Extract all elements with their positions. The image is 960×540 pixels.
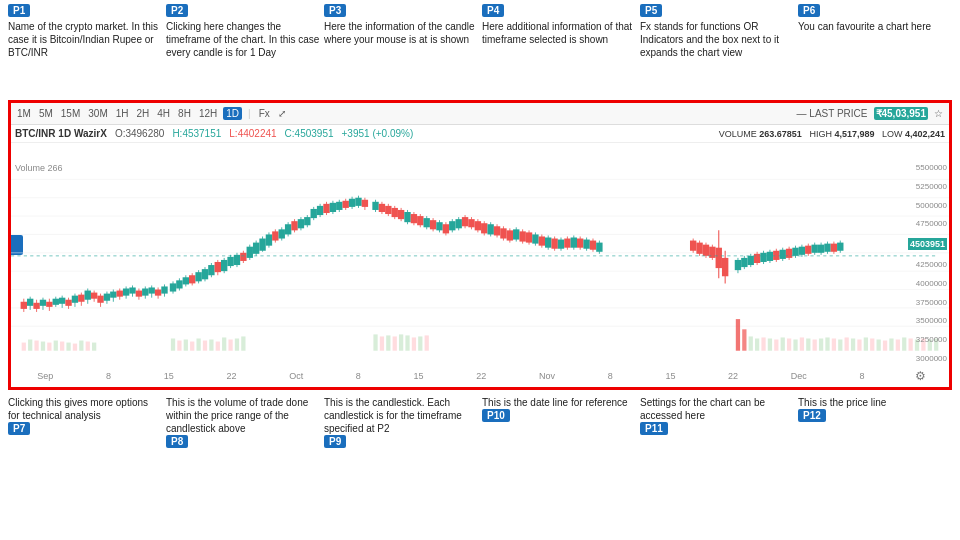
svg-rect-151 bbox=[266, 234, 272, 245]
tf-8h[interactable]: 8H bbox=[176, 107, 193, 120]
label-p11: P11 bbox=[640, 422, 668, 435]
label-p6: P6 bbox=[798, 4, 820, 17]
tf-1d[interactable]: 1D bbox=[223, 107, 242, 120]
svg-rect-19 bbox=[86, 342, 90, 351]
tf-4h[interactable]: 4H bbox=[155, 107, 172, 120]
svg-rect-187 bbox=[385, 206, 391, 214]
svg-rect-177 bbox=[349, 199, 355, 207]
text-p3: Here the information of the candle where… bbox=[324, 20, 478, 46]
svg-rect-41 bbox=[425, 335, 429, 350]
svg-rect-97 bbox=[91, 293, 97, 299]
svg-rect-189 bbox=[392, 208, 398, 217]
svg-rect-281 bbox=[780, 250, 786, 259]
svg-rect-179 bbox=[355, 198, 361, 206]
svg-rect-201 bbox=[430, 220, 436, 229]
svg-rect-59 bbox=[845, 337, 849, 350]
svg-rect-255 bbox=[690, 241, 696, 251]
label-p5: P5 bbox=[640, 4, 662, 17]
close-info: C:4503951 bbox=[285, 128, 334, 139]
svg-rect-39 bbox=[412, 337, 416, 350]
svg-rect-23 bbox=[184, 340, 188, 351]
svg-rect-58 bbox=[838, 340, 842, 351]
svg-rect-133 bbox=[208, 265, 214, 275]
svg-rect-219 bbox=[487, 224, 493, 234]
text-p8: This is the volume of trade done within … bbox=[166, 396, 320, 435]
svg-rect-109 bbox=[129, 287, 135, 293]
svg-rect-193 bbox=[404, 212, 410, 222]
svg-rect-163 bbox=[304, 217, 310, 225]
svg-rect-56 bbox=[825, 337, 829, 350]
svg-rect-36 bbox=[393, 336, 397, 350]
volume-header: VOLUME 263.67851 HIGH 4,517,989 LOW 4,40… bbox=[719, 129, 945, 139]
fx-button[interactable]: Fx bbox=[257, 107, 272, 120]
svg-rect-125 bbox=[183, 277, 189, 284]
svg-rect-249 bbox=[583, 240, 589, 249]
svg-rect-89 bbox=[65, 300, 71, 306]
tf-30m[interactable]: 30M bbox=[86, 107, 109, 120]
svg-rect-31 bbox=[235, 338, 239, 350]
svg-rect-10 bbox=[28, 340, 32, 351]
svg-rect-111 bbox=[136, 291, 142, 297]
svg-rect-161 bbox=[298, 219, 304, 228]
svg-rect-213 bbox=[468, 219, 474, 227]
svg-rect-263 bbox=[716, 248, 722, 268]
tf-1m[interactable]: 1M bbox=[15, 107, 33, 120]
svg-rect-143 bbox=[240, 253, 246, 261]
svg-rect-259 bbox=[703, 245, 709, 256]
tf-2h[interactable]: 2H bbox=[135, 107, 152, 120]
low-info: L:4402241 bbox=[229, 128, 276, 139]
x-label-oct8: 8 bbox=[356, 371, 361, 381]
svg-rect-215 bbox=[475, 221, 481, 230]
settings-icon[interactable]: ⚙ bbox=[915, 369, 926, 383]
expand-button[interactable]: ⤢ bbox=[276, 107, 288, 120]
annotation-p11: Settings for the chart can be accessed h… bbox=[640, 396, 794, 490]
svg-rect-34 bbox=[380, 336, 384, 350]
favorite-star[interactable]: ☆ bbox=[932, 107, 945, 120]
label-p9: P9 bbox=[324, 435, 346, 448]
svg-rect-17 bbox=[73, 344, 77, 351]
annotation-p3: P3 Here the information of the candle wh… bbox=[324, 4, 478, 98]
tf-15m[interactable]: 15M bbox=[59, 107, 82, 120]
svg-rect-141 bbox=[234, 255, 240, 265]
svg-rect-121 bbox=[170, 283, 176, 291]
svg-rect-66 bbox=[889, 338, 893, 350]
chart-toolbar[interactable]: 1M 5M 15M 30M 1H 2H 4H 8H 12H 1D | Fx ⤢ … bbox=[11, 103, 949, 125]
tf-5m[interactable]: 5M bbox=[37, 107, 55, 120]
svg-rect-85 bbox=[53, 299, 59, 305]
svg-rect-95 bbox=[85, 291, 91, 300]
x-label-nov: Nov bbox=[539, 371, 555, 381]
svg-rect-243 bbox=[564, 239, 570, 248]
svg-rect-245 bbox=[571, 238, 577, 248]
text-p4: Here additional information of that time… bbox=[482, 20, 636, 46]
svg-rect-279 bbox=[773, 251, 779, 260]
svg-rect-54 bbox=[813, 340, 817, 351]
svg-rect-83 bbox=[46, 302, 52, 307]
last-price-value: ₹45,03,951 bbox=[874, 107, 929, 120]
svg-rect-209 bbox=[455, 219, 461, 228]
page-wrapper: P1 Name of the crypto market. In this ca… bbox=[0, 0, 960, 540]
svg-rect-211 bbox=[462, 217, 468, 226]
svg-rect-14 bbox=[54, 341, 58, 351]
svg-rect-275 bbox=[760, 253, 766, 262]
chart-wrapper[interactable]: 1M 5M 15M 30M 1H 2H 4H 8H 12H 1D | Fx ⤢ … bbox=[8, 100, 952, 390]
svg-rect-253 bbox=[596, 243, 602, 252]
svg-rect-30 bbox=[228, 340, 232, 351]
text-p5: Fx stands for functions OR Indicators an… bbox=[640, 20, 794, 59]
svg-rect-261 bbox=[709, 247, 715, 258]
pair-label: BTC/INR 1D WazirX bbox=[15, 128, 107, 139]
svg-rect-183 bbox=[372, 202, 378, 210]
tf-1h[interactable]: 1H bbox=[114, 107, 131, 120]
svg-rect-287 bbox=[799, 247, 805, 255]
svg-rect-20 bbox=[92, 343, 96, 351]
chart-bottom-bar[interactable]: ⚙ bbox=[891, 365, 949, 387]
svg-rect-81 bbox=[40, 300, 46, 306]
svg-rect-257 bbox=[696, 243, 702, 254]
svg-rect-27 bbox=[209, 340, 213, 351]
svg-rect-45 bbox=[755, 338, 759, 350]
chart-canvas[interactable] bbox=[11, 161, 949, 365]
svg-rect-46 bbox=[761, 337, 765, 350]
tf-12h[interactable]: 12H bbox=[197, 107, 219, 120]
text-p7: Clicking this gives more options for tec… bbox=[8, 396, 162, 422]
svg-rect-241 bbox=[558, 240, 564, 249]
svg-rect-103 bbox=[110, 292, 116, 298]
